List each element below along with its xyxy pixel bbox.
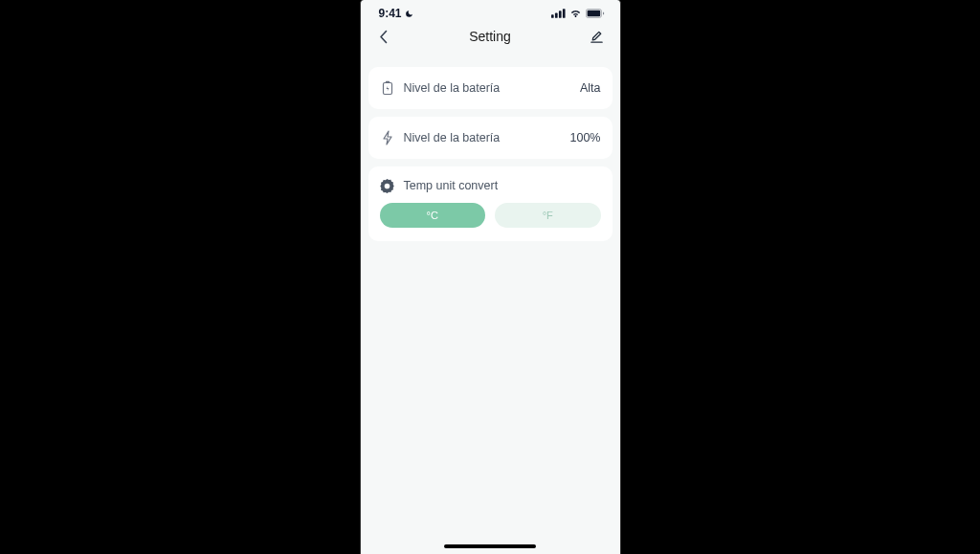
battery-percent-row: Nivel de la batería 100% xyxy=(380,130,601,145)
wifi-icon xyxy=(569,10,582,18)
home-indicator[interactable] xyxy=(444,544,536,548)
battery-percent-card: Nivel de la batería 100% xyxy=(368,117,612,159)
svg-rect-3 xyxy=(562,9,565,18)
chevron-left-icon xyxy=(379,30,388,44)
moon-icon xyxy=(405,10,413,18)
edit-button[interactable] xyxy=(588,27,607,46)
status-right xyxy=(551,9,605,18)
temp-unit-header: Temp unit convert xyxy=(380,178,601,193)
status-bar: 9:41 xyxy=(361,0,620,19)
phone-screen: 9:41 xyxy=(360,0,621,554)
battery-level-card: Nivel de la batería Alta xyxy=(368,67,612,109)
svg-rect-7 xyxy=(386,81,390,83)
status-left: 9:41 xyxy=(379,7,413,20)
back-button[interactable] xyxy=(374,27,393,46)
battery-charge-icon xyxy=(380,80,395,96)
content-area: Nivel de la batería Alta Nivel de la bat… xyxy=(361,54,620,241)
lightning-icon xyxy=(380,130,395,145)
celsius-button[interactable]: °C xyxy=(380,203,486,228)
battery-percent-label: Nivel de la batería xyxy=(404,131,562,144)
battery-level-row: Nivel de la batería Alta xyxy=(380,80,601,96)
svg-rect-2 xyxy=(558,11,561,18)
page-title: Setting xyxy=(393,29,588,44)
status-time: 9:41 xyxy=(379,7,402,20)
gear-icon xyxy=(380,178,395,193)
temp-unit-card: Temp unit convert °C °F xyxy=(368,166,612,241)
svg-rect-1 xyxy=(554,13,557,18)
fahrenheit-button[interactable]: °F xyxy=(495,203,601,228)
nav-bar: Setting xyxy=(361,19,620,54)
battery-level-label: Nivel de la batería xyxy=(404,81,571,95)
signal-icon xyxy=(551,9,566,18)
battery-percent-value: 100% xyxy=(570,131,601,144)
battery-icon xyxy=(586,9,605,18)
edit-icon xyxy=(590,30,604,44)
temp-unit-label: Temp unit convert xyxy=(404,179,601,192)
svg-rect-5 xyxy=(587,11,600,16)
battery-level-value: Alta xyxy=(580,81,601,95)
svg-rect-0 xyxy=(551,14,554,18)
temp-unit-toggle: °C °F xyxy=(380,203,601,228)
